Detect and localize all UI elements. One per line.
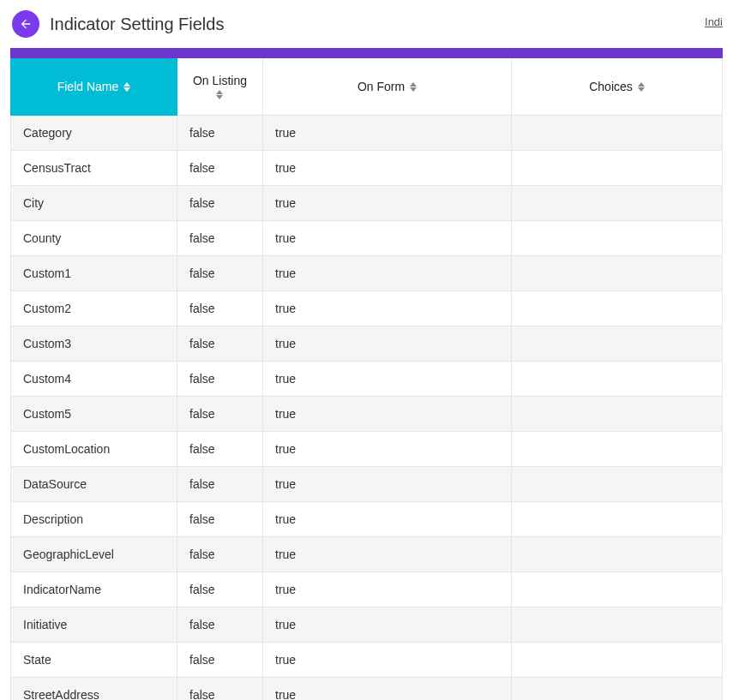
cell-onform: true xyxy=(263,151,512,186)
cell-onform: true xyxy=(263,607,512,643)
cell-choices xyxy=(512,326,723,362)
cell-choices xyxy=(512,643,723,678)
column-label: Choices xyxy=(589,80,633,93)
cell-fieldname: Description xyxy=(11,502,177,537)
cell-onlisting: false xyxy=(177,537,263,572)
cell-fieldname: GeographicLevel xyxy=(11,537,177,572)
content: Field Name On Listing xyxy=(0,48,733,700)
table-row[interactable]: Custom5falsetrue xyxy=(11,397,723,432)
table-row[interactable]: Cityfalsetrue xyxy=(11,186,723,221)
cell-choices xyxy=(512,537,723,572)
table-row[interactable]: CensusTractfalsetrue xyxy=(11,151,723,186)
cell-onlisting: false xyxy=(177,397,263,432)
cell-fieldname: Custom2 xyxy=(11,291,177,326)
sort-icon xyxy=(123,82,130,92)
table-row[interactable]: StreetAddressfalsetrue xyxy=(11,678,723,701)
cell-fieldname: Custom1 xyxy=(11,256,177,291)
cell-choices xyxy=(512,432,723,467)
sort-icon xyxy=(410,82,417,92)
cell-onlisting: false xyxy=(177,502,263,537)
cell-onlisting: false xyxy=(177,256,263,291)
cell-onform: true xyxy=(263,572,512,607)
cell-fieldname: CensusTract xyxy=(11,151,177,186)
cell-onlisting: false xyxy=(177,678,263,701)
cell-onform: true xyxy=(263,186,512,221)
cell-fieldname: IndicatorName xyxy=(11,572,177,607)
cell-choices xyxy=(512,467,723,502)
cell-onform: true xyxy=(263,326,512,362)
cell-fieldname: Initiative xyxy=(11,607,177,643)
column-header-onlisting[interactable]: On Listing xyxy=(177,58,263,116)
cell-fieldname: City xyxy=(11,186,177,221)
table-row[interactable]: Initiativefalsetrue xyxy=(11,607,723,643)
table-row[interactable]: Countyfalsetrue xyxy=(11,221,723,256)
cell-onlisting: false xyxy=(177,116,263,151)
cell-choices xyxy=(512,186,723,221)
table-row[interactable]: Custom4falsetrue xyxy=(11,362,723,397)
table-row[interactable]: Custom2falsetrue xyxy=(11,291,723,326)
cell-onlisting: false xyxy=(177,467,263,502)
cell-onform: true xyxy=(263,362,512,397)
table-row[interactable]: IndicatorNamefalsetrue xyxy=(11,572,723,607)
column-label: On Listing xyxy=(193,74,247,87)
cell-onlisting: false xyxy=(177,572,263,607)
cell-fieldname: Custom4 xyxy=(11,362,177,397)
cell-choices xyxy=(512,572,723,607)
cell-choices xyxy=(512,678,723,701)
table-row[interactable]: Descriptionfalsetrue xyxy=(11,502,723,537)
arrow-left-icon xyxy=(19,17,33,31)
table-top-bar xyxy=(10,48,723,58)
cell-choices xyxy=(512,151,723,186)
cell-onform: true xyxy=(263,256,512,291)
cell-onlisting: false xyxy=(177,643,263,678)
cell-onlisting: false xyxy=(177,362,263,397)
cell-onform: true xyxy=(263,221,512,256)
header-link[interactable]: Indi xyxy=(705,15,723,28)
cell-fieldname: County xyxy=(11,221,177,256)
cell-onform: true xyxy=(263,467,512,502)
cell-onform: true xyxy=(263,502,512,537)
cell-onlisting: false xyxy=(177,221,263,256)
page-header: Indicator Setting Fields Indi xyxy=(0,0,733,48)
cell-fieldname: Custom5 xyxy=(11,397,177,432)
cell-fieldname: StreetAddress xyxy=(11,678,177,701)
column-label: Field Name xyxy=(57,80,119,93)
cell-onlisting: false xyxy=(177,432,263,467)
cell-choices xyxy=(512,256,723,291)
back-button[interactable] xyxy=(12,10,39,38)
cell-choices xyxy=(512,607,723,643)
cell-onlisting: false xyxy=(177,186,263,221)
cell-onform: true xyxy=(263,643,512,678)
cell-fieldname: CustomLocation xyxy=(11,432,177,467)
column-header-onform[interactable]: On Form xyxy=(263,58,512,116)
cell-onform: true xyxy=(263,678,512,701)
cell-choices xyxy=(512,116,723,151)
cell-onlisting: false xyxy=(177,607,263,643)
cell-onlisting: false xyxy=(177,326,263,362)
sort-icon xyxy=(638,82,645,92)
cell-fieldname: State xyxy=(11,643,177,678)
fields-table: Field Name On Listing xyxy=(10,58,723,700)
cell-onform: true xyxy=(263,537,512,572)
table-row[interactable]: DataSourcefalsetrue xyxy=(11,467,723,502)
sort-icon xyxy=(216,90,223,99)
table-row[interactable]: Statefalsetrue xyxy=(11,643,723,678)
table-row[interactable]: GeographicLevelfalsetrue xyxy=(11,537,723,572)
table-row[interactable]: CustomLocationfalsetrue xyxy=(11,432,723,467)
cell-fieldname: DataSource xyxy=(11,467,177,502)
table-row[interactable]: Custom3falsetrue xyxy=(11,326,723,362)
cell-choices xyxy=(512,291,723,326)
table-row[interactable]: Custom1falsetrue xyxy=(11,256,723,291)
cell-choices xyxy=(512,502,723,537)
cell-onform: true xyxy=(263,116,512,151)
cell-onlisting: false xyxy=(177,151,263,186)
cell-onform: true xyxy=(263,291,512,326)
cell-onform: true xyxy=(263,397,512,432)
page-title: Indicator Setting Fields xyxy=(50,15,224,34)
cell-fieldname: Category xyxy=(11,116,177,151)
cell-onform: true xyxy=(263,432,512,467)
cell-choices xyxy=(512,397,723,432)
column-header-fieldname[interactable]: Field Name xyxy=(11,58,177,116)
table-row[interactable]: Categoryfalsetrue xyxy=(11,116,723,151)
column-header-choices[interactable]: Choices xyxy=(512,58,723,116)
